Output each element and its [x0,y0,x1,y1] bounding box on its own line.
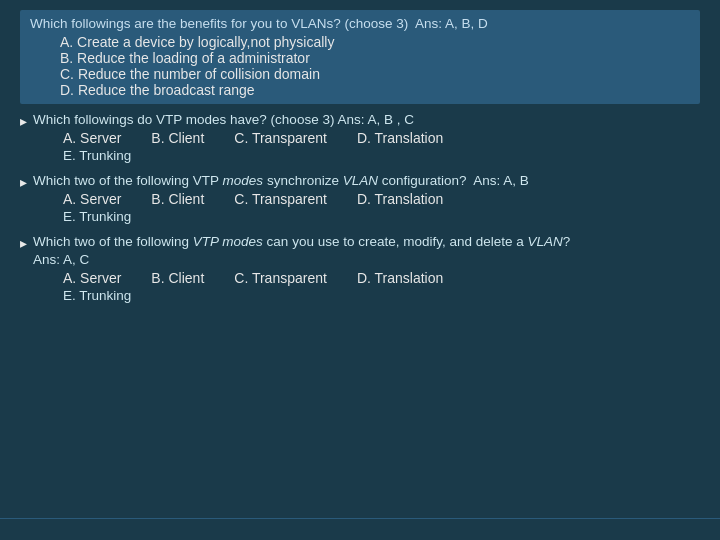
q3-option-d: D. Translation [357,191,443,207]
q2-option-b: B. Client [151,130,204,146]
q3-option-c: C. Transparent [234,191,327,207]
question-4-block: ▸ Which two of the following VTP modes c… [20,234,700,309]
question-2-header: Which followings do VTP modes have? (cho… [33,112,700,127]
q2-options-row: A. Server B. Client C. Transparent D. Tr… [33,130,700,146]
q4-options-row: A. Server B. Client C. Transparent D. Tr… [33,270,700,286]
bullet-4: ▸ [20,235,27,251]
question-2-block: ▸ Which followings do VTP modes have? (c… [20,112,700,169]
question-2-content: Which followings do VTP modes have? (cho… [33,112,700,169]
q1-option-d: D. Reduce the broadcast range [30,82,690,98]
question-4-content: Which two of the following VTP modes can… [33,234,700,309]
main-container: Which followings are the benefits for yo… [0,0,720,540]
q2-option-c: C. Transparent [234,130,327,146]
bullet-3: ▸ [20,174,27,190]
q4-option-e: E. Trunking [33,288,700,303]
question-3-content: Which two of the following VTP modes syn… [33,173,700,230]
q4-option-d: D. Translation [357,270,443,286]
q1-option-b: B. Reduce the loading of a administrator [30,50,690,66]
question-1-block: Which followings are the benefits for yo… [20,10,700,104]
bullet-2: ▸ [20,113,27,129]
q1-option-a: A. Create a device by logically,not phys… [30,34,690,50]
question-4-ans: Ans: A, C [33,252,700,267]
q3-option-b: B. Client [151,191,204,207]
q2-option-d: D. Translation [357,130,443,146]
bottom-bar [0,518,720,540]
q4-option-c: C. Transparent [234,270,327,286]
question-3-header: Which two of the following VTP modes syn… [33,173,700,188]
q4-option-b: B. Client [151,270,204,286]
q3-option-a: A. Server [63,191,121,207]
q1-option-c: C. Reduce the number of collision domain [30,66,690,82]
question-1-header: Which followings are the benefits for yo… [30,16,690,31]
question-3-block: ▸ Which two of the following VTP modes s… [20,173,700,230]
q2-option-a: A. Server [63,130,121,146]
question-4-header: Which two of the following VTP modes can… [33,234,700,249]
q3-options-row: A. Server B. Client C. Transparent D. Tr… [33,191,700,207]
q3-option-e: E. Trunking [33,209,700,224]
q4-option-a: A. Server [63,270,121,286]
q2-option-e: E. Trunking [33,148,700,163]
